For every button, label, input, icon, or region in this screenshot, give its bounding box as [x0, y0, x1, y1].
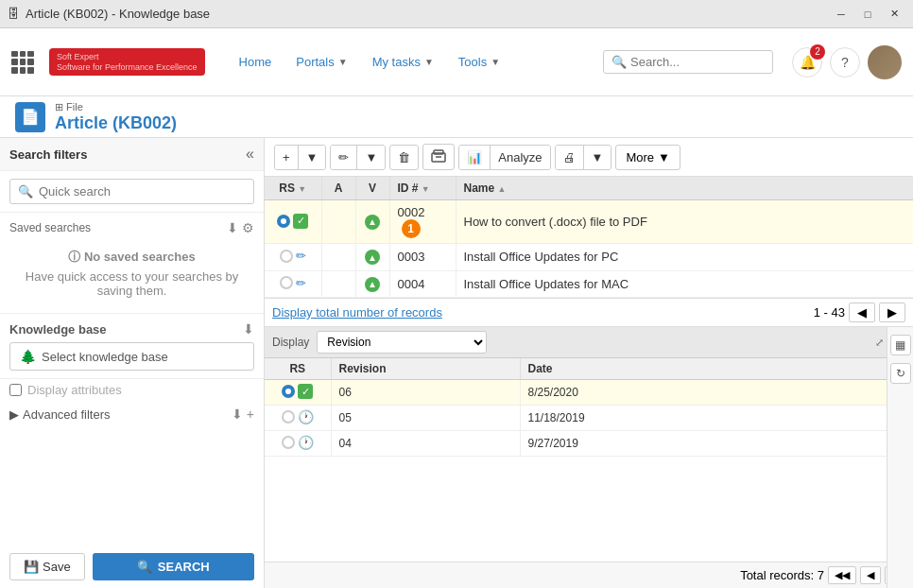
help-button[interactable]: ? — [830, 47, 860, 78]
saved-search-settings-button[interactable]: ⚙ — [242, 220, 254, 235]
radio-selected[interactable] — [277, 215, 290, 228]
revision-col-date: Date — [520, 358, 913, 380]
maximize-button[interactable]: □ — [856, 5, 879, 24]
display-attributes-checkbox[interactable] — [9, 384, 22, 396]
notification-badge: 2 — [810, 44, 825, 60]
breadcrumb-bar: 📄 ⊞ File Article (KB002) — [0, 96, 913, 138]
home-link[interactable]: Home — [228, 49, 284, 75]
side-action-grid-button[interactable]: ▦ — [890, 335, 911, 355]
expand-button[interactable]: ⤢ — [871, 335, 887, 351]
row-rs-cell: ✏ — [265, 244, 321, 271]
sidebar-title: Search filters — [9, 147, 87, 162]
row-v-cell: ▲ — [355, 244, 389, 271]
col-header-id[interactable]: ID # ▼ — [389, 177, 456, 200]
col-header-rs: RS ▼ — [265, 177, 321, 200]
bottom-prev-button[interactable]: ◀ — [860, 566, 881, 584]
select-knowledge-base-button[interactable]: 🌲 Select knowledge base — [9, 342, 254, 371]
tools-link[interactable]: Tools ▼ — [447, 49, 511, 75]
sidebar-collapse-button[interactable]: « — [246, 146, 254, 163]
save-button[interactable]: 💾 Save — [9, 553, 85, 580]
row-name-cell: How to convert (.docx) file to PDF — [456, 200, 913, 244]
avatar[interactable] — [868, 45, 902, 79]
advanced-filters-download-button[interactable]: ⬇ — [232, 406, 243, 422]
print-button-group: 🖨 ▼ — [555, 145, 612, 170]
more-button[interactable]: More ▼ — [615, 145, 680, 170]
revision-radio-unselected[interactable] — [282, 436, 295, 449]
notifications-button[interactable]: 🔔 2 — [792, 47, 822, 78]
top-nav: Soft Expert Software for Performance Exc… — [0, 28, 913, 96]
radio-unselected[interactable] — [280, 276, 293, 289]
table-row[interactable]: ✓ ▲ 0002 1 How to convert (.docx) file t… — [265, 200, 913, 244]
revision-col-rs: RS — [265, 358, 331, 380]
display-total-link[interactable]: Display total number of records — [272, 305, 442, 320]
breadcrumb-file: ⊞ File — [55, 101, 177, 113]
revision-row[interactable]: 🕐 05 11/18/2019 — [265, 406, 913, 431]
my-tasks-link[interactable]: My tasks ▼ — [361, 49, 445, 75]
clock-icon: 🕐 — [298, 435, 314, 450]
records-table: RS ▼ A V ID # ▼ Name ▲ — [265, 177, 913, 298]
add-dropdown-button[interactable]: ▼ — [299, 146, 326, 169]
content-area: + ▼ ✏ ▼ 🗑 📊 Analyze 🖨 ▼ More ▼ — [265, 138, 913, 588]
saved-searches-section: Saved searches ⬇ ⚙ ⓘ No saved searches H… — [0, 213, 264, 314]
search-button[interactable]: 🔍 SEARCH — [93, 553, 254, 580]
analyze-chart-icon: 📊 — [459, 146, 491, 169]
print-button[interactable]: 🖨 — [556, 146, 584, 169]
quick-search-box[interactable]: 🔍 — [9, 179, 254, 204]
knowledge-base-download-button[interactable]: ⬇ — [243, 321, 254, 337]
pagination-prev-button[interactable]: ◀ — [849, 303, 875, 322]
side-action-refresh-button[interactable]: ↻ — [890, 363, 911, 384]
main-layout: Search filters « 🔍 Saved searches ⬇ ⚙ ⓘ … — [0, 138, 913, 588]
edit-pencil-icon: ✏ — [296, 276, 306, 290]
edit-dropdown-button[interactable]: ▼ — [357, 146, 385, 169]
revision-radio-unselected[interactable] — [282, 410, 295, 424]
analyze-button[interactable]: Analyze — [491, 146, 549, 169]
revision-row[interactable]: ✓ 06 8/25/2020 — [265, 380, 913, 406]
revision-row[interactable]: 🕐 04 9/27/2019 — [265, 431, 913, 457]
title-bar: 🗄 Article (KB002) - Knowledge base ─ □ ✕ — [0, 0, 913, 28]
row-name-cell: Install Office Updates for MAC — [456, 270, 913, 298]
revision-number-cell: 04 — [331, 431, 520, 457]
print-dropdown-button[interactable]: ▼ — [584, 146, 612, 169]
advanced-filters-toggle[interactable]: ▶ Advanced filters — [9, 407, 111, 422]
quick-search-input[interactable] — [39, 184, 246, 199]
revision-rs-cell: 🕐 — [265, 406, 331, 431]
advanced-filters-section: ▶ Advanced filters ⬇ + — [0, 401, 264, 427]
sidebar: Search filters « 🔍 Saved searches ⬇ ⚙ ⓘ … — [0, 138, 265, 588]
table-row[interactable]: ✏ ▲ 0003 Install Office Updates for PC — [265, 244, 913, 271]
portals-link[interactable]: Portals ▼ — [284, 49, 358, 75]
apps-grid-icon[interactable] — [11, 51, 34, 74]
svg-rect-1 — [434, 150, 443, 154]
advanced-filters-arrow: ▶ — [9, 407, 19, 422]
quick-search-section: 🔍 — [0, 171, 264, 213]
global-search-box[interactable]: 🔍 — [603, 50, 773, 74]
global-search-input[interactable] — [630, 55, 763, 69]
total-records-label: Total records: 7 — [740, 568, 824, 582]
revision-radio-selected[interactable] — [282, 385, 295, 398]
advanced-filters-label: Advanced filters — [23, 407, 111, 422]
bottom-first-button[interactable]: ◀◀ — [828, 566, 856, 584]
revision-header-row: RS Revision Date — [265, 358, 913, 380]
edit-pencil-icon: ✏ — [296, 249, 306, 263]
display-attributes-label: Display attributes — [27, 383, 122, 397]
minimize-button[interactable]: ─ — [830, 5, 853, 24]
edit-button[interactable]: ✏ — [331, 146, 357, 169]
status-check-icon: ✓ — [293, 214, 308, 229]
display-select[interactable]: Revision — [317, 331, 487, 354]
add-button[interactable]: + — [275, 146, 299, 169]
close-button[interactable]: ✕ — [883, 5, 905, 24]
saved-search-download-button[interactable]: ⬇ — [227, 220, 238, 235]
delete-button[interactable]: 🗑 — [389, 145, 419, 170]
row-a-cell — [321, 200, 355, 244]
advanced-filters-add-button[interactable]: + — [247, 406, 254, 422]
display-label: Display — [272, 336, 309, 349]
knowledge-base-title: Knowledge base — [9, 322, 107, 337]
edit-button-group: ✏ ▼ — [330, 145, 386, 170]
table-row[interactable]: ✏ ▲ 0004 Install Office Updates for MAC — [265, 270, 913, 298]
save-icon: 💾 — [24, 560, 39, 574]
pagination-next-button[interactable]: ▶ — [879, 303, 905, 322]
radio-unselected[interactable] — [280, 250, 293, 263]
more-dropdown-arrow: ▼ — [658, 150, 670, 164]
archive-button[interactable] — [422, 144, 455, 170]
row-v-cell: ▲ — [355, 200, 389, 244]
col-header-name[interactable]: Name ▲ — [456, 177, 913, 200]
